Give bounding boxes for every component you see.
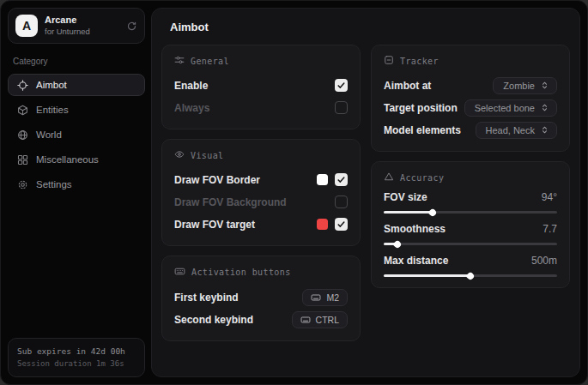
setting-row-first-keybind: First keybind M2 <box>174 286 348 308</box>
sliders-icon <box>174 55 185 67</box>
sub-expiry-text: Sub expires in 42d 00h <box>17 346 136 358</box>
fov-border-checkbox[interactable] <box>335 173 348 186</box>
app-logo: A <box>15 15 38 37</box>
setting-row-smoothness: Smoothness 7.7 <box>384 223 557 245</box>
triangle-icon <box>384 171 394 183</box>
sidebar-item-world[interactable]: World <box>8 123 145 146</box>
smoothness-slider[interactable] <box>384 243 557 245</box>
category-label: Category <box>13 57 140 66</box>
setting-label: FOV size <box>384 191 427 203</box>
always-checkbox[interactable] <box>335 101 348 114</box>
fov-border-color-swatch[interactable] <box>317 174 328 185</box>
subscription-info: Sub expires in 42d 00h Session duration … <box>8 338 145 377</box>
setting-label: Model elements <box>384 124 461 136</box>
second-keybind-button[interactable]: CTRL <box>292 311 348 328</box>
slider-fill <box>384 211 433 214</box>
slider-fill <box>384 274 470 277</box>
setting-row-fov-background: Draw FOV Background <box>174 191 348 213</box>
section-activation-header: Activation buttons <box>174 266 348 279</box>
sidebar-nav: Aimbot Entities World Miscellaneous <box>8 74 145 196</box>
sidebar-item-settings[interactable]: Settings <box>8 173 145 196</box>
enable-checkbox[interactable] <box>335 79 348 92</box>
model-elements-dropdown[interactable]: Head, Neck <box>476 122 557 139</box>
dropdown-value: Zombie <box>503 81 535 91</box>
sidebar-item-label: Entities <box>36 105 69 115</box>
sidebar-item-entities[interactable]: Entities <box>8 99 145 121</box>
check-icon <box>336 81 346 90</box>
app-subtitle: for Unturned <box>45 27 119 37</box>
check-icon <box>336 220 346 229</box>
setting-label: First keybind <box>174 292 239 304</box>
fov-target-color-swatch[interactable] <box>317 219 328 230</box>
setting-row-fov-size: FOV size 94° <box>384 191 557 214</box>
fov-size-slider[interactable] <box>384 211 557 214</box>
crosshair-icon <box>17 80 28 91</box>
setting-row-always: Always <box>174 97 348 118</box>
sidebar-item-miscellaneous[interactable]: Miscellaneous <box>8 148 145 171</box>
setting-row-second-keybind: Second keybind CTRL <box>174 309 348 330</box>
setting-label: Draw FOV Background <box>174 196 287 208</box>
section-visual: Visual Draw FOV Border Draw FOV Backgrou… <box>161 139 361 246</box>
globe-icon <box>17 129 28 141</box>
fov-background-checkbox[interactable] <box>335 196 348 208</box>
check-icon <box>336 175 346 184</box>
sidebar-item-label: World <box>36 129 62 140</box>
section-title: Activation buttons <box>191 268 291 277</box>
refresh-icon[interactable] <box>126 21 137 32</box>
section-title: General <box>191 57 229 66</box>
setting-label: Draw FOV Border <box>174 174 260 186</box>
target-position-dropdown[interactable]: Selected bone <box>464 99 557 117</box>
unfold-icon <box>540 81 549 90</box>
setting-row-fov-target: Draw FOV target <box>174 214 348 235</box>
main-panel: Aimbot General Enable <box>151 8 580 377</box>
app-header: A Arcane for Unturned <box>8 8 145 44</box>
setting-label: Target position <box>384 102 458 114</box>
setting-label: Smoothness <box>384 223 446 235</box>
unfold-icon <box>540 125 549 135</box>
section-general-header: General <box>174 55 348 67</box>
session-duration-text: Session duration 1m 36s <box>17 358 136 370</box>
gear-icon <box>17 179 28 190</box>
section-title: Accuracy <box>400 173 444 183</box>
unfold-icon <box>540 103 549 112</box>
section-accuracy: Accuracy FOV size 94° Smoothness <box>371 161 570 288</box>
setting-label: Aimbot at <box>384 80 431 92</box>
left-column: General Enable Always <box>161 45 361 341</box>
setting-row-target-position: Target position Selected bone <box>384 97 557 118</box>
right-column: Tracker Aimbot at Zombie Target position… <box>371 45 570 288</box>
slider-fill <box>384 243 397 245</box>
keyboard-icon <box>174 266 185 279</box>
section-activation: Activation buttons First keybind M2 Seco… <box>161 256 361 341</box>
section-tracker-header: Tracker <box>384 55 557 67</box>
section-visual-header: Visual <box>174 149 348 161</box>
app-meta: Arcane for Unturned <box>45 15 119 37</box>
first-keybind-button[interactable]: M2 <box>302 289 348 306</box>
grid-icon <box>17 154 28 165</box>
page-title: Aimbot <box>170 21 570 33</box>
cube-icon <box>17 105 28 116</box>
sidebar-item-label: Aimbot <box>36 80 67 90</box>
setting-label: Draw FOV target <box>174 219 255 231</box>
max-distance-slider[interactable] <box>384 274 557 277</box>
section-title: Tracker <box>400 57 439 66</box>
keybind-value: M2 <box>326 292 339 303</box>
fov-target-checkbox[interactable] <box>335 218 348 231</box>
scan-frame-icon <box>384 55 394 67</box>
setting-label: Always <box>174 102 209 114</box>
section-title: Visual <box>191 151 224 160</box>
sidebar-item-label: Miscellaneous <box>36 154 99 165</box>
section-accuracy-header: Accuracy <box>384 171 557 183</box>
content-columns: General Enable Always <box>161 45 570 341</box>
app-name: Arcane <box>45 15 119 27</box>
setting-row-fov-border: Draw FOV Border <box>174 169 348 190</box>
eye-icon <box>174 149 185 161</box>
slider-value: 500m <box>531 255 557 267</box>
keybind-value: CTRL <box>316 315 339 325</box>
setting-label: Enable <box>174 80 208 92</box>
sidebar-item-aimbot[interactable]: Aimbot <box>8 74 145 96</box>
keyboard-icon <box>300 315 311 325</box>
section-general: General Enable Always <box>161 45 361 129</box>
aimbot-at-dropdown[interactable]: Zombie <box>493 77 557 94</box>
slider-value: 7.7 <box>543 223 557 235</box>
dropdown-value: Selected bone <box>475 103 535 113</box>
